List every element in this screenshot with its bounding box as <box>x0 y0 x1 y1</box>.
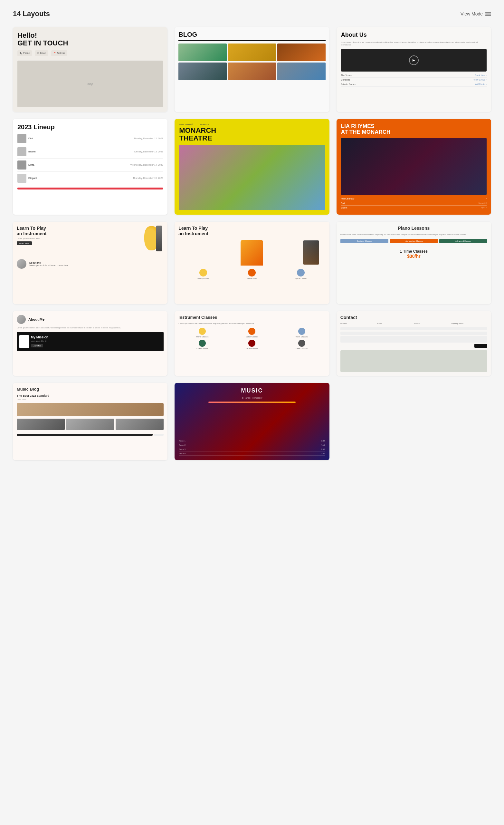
layout-card-music-venue-events[interactable]: 2023 Lineup Divi Monday, December 12, 20… <box>13 119 167 215</box>
layout-card-dj-music[interactable]: MUSIC dj • artist • composer Track 13:42… <box>175 383 329 460</box>
tco-info-email: Email <box>377 322 413 324</box>
tb-small-1 <box>17 419 65 430</box>
page-title: 14 Layouts <box>13 10 50 18</box>
preview-piano-boxes: Beginner Classes Intermediate Classes Ad… <box>340 239 487 243</box>
layout-card-music-venue-about[interactable]: About Us Lorem ipsum dolor sit amet cons… <box>337 27 491 112</box>
preview-tb-feat-img <box>17 403 164 416</box>
preview-dj-title: MUSIC <box>179 387 325 394</box>
page-container: 14 Layouts View Mode Hello!GET IN TOUCH … <box>13 10 491 460</box>
blog-img-4 <box>178 63 226 80</box>
preview-tco-form <box>340 327 487 348</box>
preview-tb-title: Music Blog <box>17 387 164 391</box>
dj-row-3: Track 33:58 <box>179 448 325 451</box>
preview-tco-info: Address Email Phone Opening Hours <box>340 322 487 324</box>
blog-img-1 <box>178 44 226 61</box>
landing-row-2: DiviMarch 20 <box>341 202 487 206</box>
event-row-2: Bloom Tuesday, December 13, 2023 <box>17 147 163 159</box>
tco-submit-btn <box>474 344 487 348</box>
view-mode-label: View Mode <box>460 11 483 16</box>
view-mode-icon <box>485 12 491 16</box>
preview-dj-rows: Track 13:42 Track 24:15 Track 33:58 Trac… <box>179 440 325 456</box>
dj-row-4: Track 45:02 <box>179 452 325 456</box>
event-row-3: Extra Wednesday, December 14, 2023 <box>17 160 163 172</box>
card-preview: LIA RHYMESAT THE MONARCH Full Calendar› … <box>337 119 491 215</box>
layout-card-music-teacher-class[interactable]: Piano Lessons Lorem ipsum dolor sit amet… <box>337 222 491 304</box>
tc-icon-drums: Drum Classes <box>228 340 276 350</box>
preview-info-row: 📞 Phone ✉ Email 📍 Address <box>17 50 163 56</box>
preview-landing-rows: Full Calendar› DiviMarch 20 BloomApril 5 <box>341 198 487 210</box>
preview-th-about-text: Lorem ipsum dolor sit amet consectetur <box>29 264 69 267</box>
card-preview: About Us Lorem ipsum dolor sit amet cons… <box>337 27 491 112</box>
preview-ta-dark: My Mission Lorem ipsum dolor sit Learn M… <box>17 332 164 351</box>
preview-tl-icons: Weekly Classes Flexible Hours Special Cl… <box>178 269 325 279</box>
about-row-2: ConcertsView Group › <box>341 79 487 82</box>
card-preview: Piano Lessons Lorem ipsum dolor sit amet… <box>337 222 491 304</box>
preview-piano-price: $30/hr <box>340 253 487 259</box>
card-preview: Hello!GET IN TOUCH 📞 Phone ✉ Email 📍 Add… <box>13 27 167 112</box>
tc-icon-flute: Flute Classes <box>178 340 226 350</box>
layout-card-music-teacher-home[interactable]: Learn To Playan Instrument Lorem ipsum d… <box>13 222 167 304</box>
preview-tb-feat-title: The Best Jazz Standard <box>17 394 164 397</box>
page-header: 14 Layouts View Mode <box>13 10 491 18</box>
layout-card-music-venue-home[interactable]: Brand Tickets ® contact us MONARCHTHEATR… <box>175 119 329 215</box>
about-row-1: The VenueBook Now › <box>341 74 487 78</box>
layout-card-music-venue-landing[interactable]: LIA RHYMESAT THE MONARCH Full Calendar› … <box>337 119 491 215</box>
preview-landing-title: LIA RHYMESAT THE MONARCH <box>341 124 487 135</box>
preview-ta-text: Lorem ipsum dolor sit amet consectetur a… <box>17 326 164 329</box>
preview-dj-sub: dj • artist • composer <box>179 397 325 399</box>
tco-input-1 <box>340 327 487 330</box>
preview-tb-grid <box>17 419 164 430</box>
blog-img-2 <box>228 44 276 61</box>
tb-small-3 <box>115 419 164 430</box>
landing-row-1: Full Calendar› <box>341 198 487 201</box>
card-preview: Learn To Playan Instrument Weekly Classe… <box>175 222 329 304</box>
card-preview: BLOG <box>175 27 329 112</box>
preview-about-dark: ▶ <box>341 49 487 72</box>
layout-card-music-teacher-blog[interactable]: Music Blog The Best Jazz Standard Read M… <box>13 383 167 460</box>
preview-ta-dark-text: My Mission <box>31 335 48 339</box>
preview-monarch-title: MONARCHTHEATRE <box>179 127 325 142</box>
landing-row-3: BloomApril 5 <box>341 207 487 210</box>
layout-card-music-teacher-classes[interactable]: Instrument Classes Lorem ipsum dolor sit… <box>175 311 329 376</box>
preview-th-title: Learn To Playan Instrument <box>17 226 47 236</box>
preview-tco-map <box>340 350 487 372</box>
piano-box-intermediate: Intermediate Classes <box>390 239 438 243</box>
layout-card-music-venue-blog[interactable]: BLOG Music Venue Blog Page Layout <box>175 27 329 112</box>
layout-card-music-teacher-landing[interactable]: Learn To Playan Instrument Weekly Classe… <box>175 222 329 304</box>
preview-dj-accent <box>208 401 296 403</box>
preview-monarch-img <box>179 145 325 210</box>
preview-monarch-header: Brand Tickets ® contact us <box>179 124 325 125</box>
tc-icon-cello: Cello Classes <box>278 340 326 350</box>
card-preview: Learn To Playan Instrument Lorem ipsum d… <box>13 222 167 304</box>
view-mode-button[interactable]: View Mode <box>460 11 491 16</box>
layout-card-music-teacher-about[interactable]: About Me Lorem ipsum dolor sit amet cons… <box>13 311 167 376</box>
preview-th-avatar <box>17 259 26 269</box>
preview-blog-title: BLOG <box>178 31 325 41</box>
preview-tco-title: Contact <box>340 315 487 320</box>
layout-card-music-teacher-contact[interactable]: Contact Address Email Phone Opening Hour… <box>337 311 491 376</box>
preview-ta-avatar <box>17 315 26 324</box>
piano-box-advanced: Advanced Classes <box>439 239 487 243</box>
preview-about-text: Lorem ipsum dolor sit amet consectetur a… <box>341 41 487 47</box>
tb-small-2 <box>66 419 114 430</box>
tco-textarea <box>340 336 487 343</box>
blog-img-3 <box>277 44 325 61</box>
layout-card-music-venue-contact[interactable]: Hello!GET IN TOUCH 📞 Phone ✉ Email 📍 Add… <box>13 27 167 112</box>
preview-ta-header: About Me <box>17 315 164 324</box>
tc-icon-piano: Piano Classes <box>178 328 226 338</box>
layouts-grid: Hello!GET IN TOUCH 📞 Phone ✉ Email 📍 Add… <box>13 27 491 460</box>
event-row-1: Divi Monday, December 12, 2023 <box>17 134 163 145</box>
tco-input-2 <box>340 331 487 335</box>
preview-ta-name: About Me <box>28 317 45 321</box>
card-preview: Instrument Classes Lorem ipsum dolor sit… <box>175 311 329 376</box>
card-preview: MUSIC dj • artist • composer Track 13:42… <box>175 383 329 460</box>
tc-icon-violin: Violin Classes <box>278 328 326 338</box>
tco-info-hours: Opening Hours <box>451 322 487 324</box>
preview-tc-title: Instrument Classes <box>178 315 325 320</box>
preview-map: map <box>17 61 163 107</box>
event-row-4: Elegant Thursday, December 15, 2023 <box>17 174 163 185</box>
blog-img-5 <box>228 63 276 80</box>
card-preview: Contact Address Email Phone Opening Hour… <box>337 311 491 376</box>
tco-info-phone: Phone <box>414 322 450 324</box>
card-preview: About Me Lorem ipsum dolor sit amet cons… <box>13 311 167 376</box>
